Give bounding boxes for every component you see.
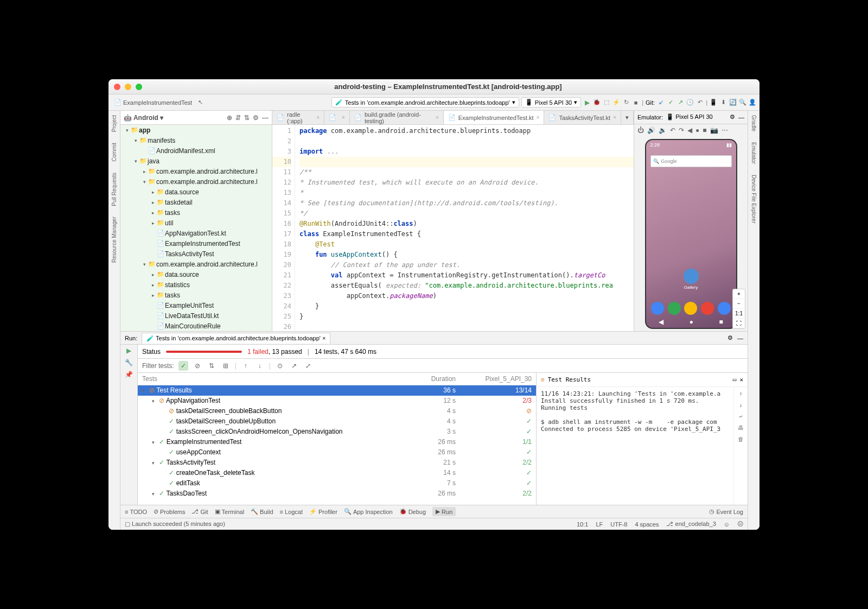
- close-icon[interactable]: ✕: [739, 376, 743, 383]
- console-output[interactable]: 11/16 14:23:21: Launching 'Tests in 'com…: [537, 387, 733, 505]
- tree-row[interactable]: ▾📁com.example.android.architecture.l: [120, 176, 272, 187]
- tool-project[interactable]: Project: [111, 113, 117, 134]
- tool-device-file-explorer[interactable]: Device File Explorer: [751, 173, 757, 225]
- tool-debug[interactable]: 🐞 Debug: [399, 508, 426, 515]
- search-icon[interactable]: 🔍: [739, 99, 746, 106]
- zoom-in-icon[interactable]: +: [733, 289, 745, 299]
- test-results-tree[interactable]: TestsDurationPixel_5_API_30 ▾ ⊘ Test Res…: [138, 373, 536, 505]
- maximize-icon[interactable]: [136, 84, 142, 90]
- run-icon[interactable]: ▶: [583, 99, 591, 106]
- git-update-icon[interactable]: ↙: [657, 99, 665, 106]
- attach-icon[interactable]: ↻: [622, 99, 630, 106]
- cursor-pos[interactable]: 10:1: [577, 521, 588, 528]
- tree-row[interactable]: ▸📁statistics: [120, 280, 272, 290]
- tree-row[interactable]: ▸📁data.source: [120, 269, 272, 280]
- tree-row[interactable]: 📄ExampleInstrumentedTest: [120, 238, 272, 249]
- filter-passed-icon[interactable]: ✓: [178, 361, 188, 371]
- tree-row[interactable]: ▾📁app: [120, 125, 272, 135]
- line-ending[interactable]: LF: [596, 521, 603, 528]
- debug-icon[interactable]: 🐞: [593, 99, 601, 106]
- rerun-icon[interactable]: ▶: [125, 347, 133, 354]
- git-branch[interactable]: ⎇ end_codelab_3: [666, 521, 716, 528]
- expand-icon[interactable]: ⇵: [235, 114, 241, 122]
- zoom-out-icon[interactable]: −: [733, 299, 745, 309]
- hide-icon[interactable]: —: [738, 114, 744, 120]
- tool-git[interactable]: ⎇ Git: [192, 508, 208, 515]
- down-icon[interactable]: ↓: [739, 402, 743, 409]
- project-view-selector[interactable]: 🤖 Android ▾: [124, 114, 163, 122]
- code-editor[interactable]: 1231011121314151617181920212223242526 pa…: [272, 125, 634, 331]
- stop-icon[interactable]: ■: [632, 99, 640, 106]
- test-row[interactable]: ✓ taskDetailScreen_doubleUpButton4 s✓: [138, 416, 536, 427]
- tool-build[interactable]: 🔨 Build: [251, 508, 273, 515]
- expand-all-icon[interactable]: ⊞: [221, 361, 231, 371]
- test-row[interactable]: ▾ ⊘ AppNavigationTest12 s2/3: [138, 396, 536, 406]
- profile-icon[interactable]: ⚡: [612, 99, 620, 106]
- indent[interactable]: 4 spaces: [635, 521, 659, 528]
- test-row[interactable]: ▾ ✓ ExampleInstrumentedTest26 ms1/1: [138, 437, 536, 447]
- tree-row[interactable]: 📄LiveDataTestUtil.kt: [120, 310, 272, 321]
- tool-emulator[interactable]: Emulator: [751, 140, 757, 166]
- run-config-tab[interactable]: 🧪 Tests in 'com.example.android.architec…: [142, 333, 330, 344]
- avd-icon[interactable]: 📱: [710, 99, 717, 106]
- tool-problems[interactable]: ⊘ Problems: [154, 508, 185, 515]
- emulator-screen[interactable]: 2:28▮▮ 🔍 Google Gallery: [645, 139, 737, 329]
- wrap-icon[interactable]: ↩: [739, 413, 743, 420]
- screenshot-icon[interactable]: 📷: [710, 126, 718, 134]
- collapse-icon[interactable]: ⇅: [244, 114, 250, 122]
- git-push-icon[interactable]: ↗: [676, 99, 684, 106]
- import-icon[interactable]: ⊙: [275, 361, 285, 371]
- tree-row[interactable]: ▸📁util: [120, 218, 272, 228]
- tree-row[interactable]: ▸📁tasks: [120, 207, 272, 218]
- up-icon[interactable]: ↑: [739, 390, 743, 397]
- tool-commit[interactable]: Commit: [111, 141, 117, 163]
- gear-icon[interactable]: ⚙: [730, 113, 735, 120]
- coverage-icon[interactable]: ⬚: [603, 99, 610, 106]
- tree-row[interactable]: ▸📁taskdetail: [120, 197, 272, 207]
- tree-row[interactable]: ▸📁tasks: [120, 290, 272, 300]
- locate-icon[interactable]: ⊕: [227, 114, 232, 122]
- test-row[interactable]: ▾ ✓ TasksDaoTest26 ms2/2: [138, 489, 536, 499]
- power-icon[interactable]: ⏻: [637, 126, 644, 134]
- frown-icon[interactable]: ☹: [737, 521, 743, 528]
- rotate-left-icon[interactable]: ↶: [670, 126, 675, 134]
- vol-up-icon[interactable]: 🔊: [647, 126, 655, 134]
- trash-icon[interactable]: 🗑: [738, 436, 744, 443]
- test-row[interactable]: ✓ useAppContext26 ms✓: [138, 447, 536, 458]
- test-row[interactable]: ▾ ⊘ Test Results36 s13/14: [138, 385, 536, 396]
- test-row[interactable]: ✓ tasksScreen_clickOnAndroidHomeIcon_Ope…: [138, 427, 536, 437]
- editor-tab[interactable]: 📄TasksActivityTest.kt×: [544, 111, 621, 124]
- sync-icon[interactable]: 🔄: [729, 99, 737, 106]
- pin-icon[interactable]: 📌: [125, 371, 133, 378]
- prev-fail-icon[interactable]: ↑: [241, 361, 251, 371]
- tool-gradle[interactable]: Gradle: [751, 113, 757, 134]
- print-icon[interactable]: 🖶: [738, 424, 744, 432]
- sort-icon[interactable]: ⇅: [207, 361, 216, 371]
- tool-logcat[interactable]: ≡ Logcat: [280, 509, 303, 515]
- vol-down-icon[interactable]: 🔉: [659, 126, 667, 134]
- tree-row[interactable]: ▾📁com.example.android.architecture.l: [120, 259, 272, 269]
- open-icon[interactable]: ⤢: [303, 361, 313, 371]
- test-row[interactable]: ✓ editTask7 s✓: [138, 478, 536, 489]
- tool-terminal[interactable]: ▣ Terminal: [215, 508, 245, 515]
- hide-icon[interactable]: —: [262, 114, 269, 122]
- breadcrumb[interactable]: 📄 ExampleInstrumentedTest: [112, 98, 194, 107]
- run-config-dropdown[interactable]: 🧪 Tests in 'com.example.android.architec…: [331, 97, 519, 107]
- zoom-fit-icon[interactable]: ⛶: [733, 319, 745, 328]
- filter-ignored-icon[interactable]: ⊘: [193, 361, 202, 371]
- next-fail-icon[interactable]: ↓: [255, 361, 265, 371]
- tool-event-log[interactable]: ◷ Event Log: [709, 508, 743, 515]
- wrench-icon[interactable]: 🔧: [125, 359, 133, 366]
- project-tree[interactable]: ▾📁app▾📁manifests📄AndroidManifest.xml▾📁ja…: [120, 125, 272, 331]
- tree-row[interactable]: ▸📁com.example.android.architecture.l: [120, 166, 272, 176]
- rotate-right-icon[interactable]: ↷: [679, 126, 684, 134]
- avatar-icon[interactable]: 👤: [749, 99, 756, 106]
- more-icon[interactable]: ⋯: [722, 126, 728, 134]
- tree-row[interactable]: 📄TasksActivityTest: [120, 249, 272, 259]
- test-row[interactable]: ▾ ✓ TasksActivityTest21 s2/2: [138, 458, 536, 468]
- tree-row[interactable]: 📄AppNavigationTest.kt: [120, 228, 272, 238]
- tabs-more-icon[interactable]: ▾: [621, 111, 634, 124]
- device-dropdown[interactable]: 📱 Pixel 5 API 30 ▾: [521, 97, 582, 107]
- overview-icon[interactable]: ■: [703, 126, 706, 134]
- git-history-icon[interactable]: 🕓: [686, 99, 694, 106]
